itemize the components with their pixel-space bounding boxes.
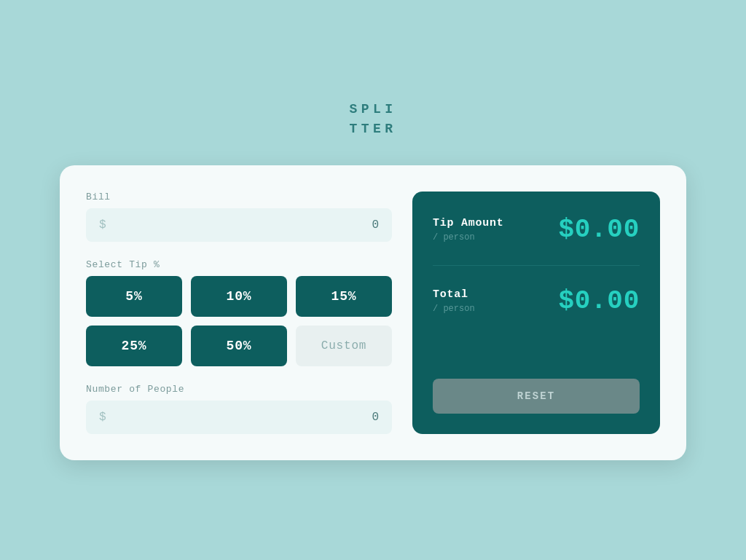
bill-label: Bill — [86, 192, 392, 202]
bill-section: Bill $ — [86, 192, 392, 242]
tip-label: Select Tip % — [86, 259, 392, 270]
tip-amount-label: Tip Amount / person — [433, 217, 504, 242]
tip-amount-sub: / person — [433, 232, 504, 242]
tip-section: Select Tip % 5% 10% 15% 25% 50% Custom — [86, 259, 392, 366]
results-wrapper: Tip Amount / person $0.00 Total / person… — [433, 215, 640, 379]
reset-button[interactable]: RESET — [433, 379, 640, 414]
tip-amount-title: Tip Amount — [433, 217, 504, 229]
people-section: Number of People $ — [86, 384, 392, 434]
people-label: Number of People — [86, 384, 392, 395]
people-currency-icon: $ — [99, 411, 106, 424]
bill-currency-icon: $ — [99, 218, 106, 232]
tip-btn-15[interactable]: 15% — [296, 276, 392, 317]
tip-btn-custom[interactable]: Custom — [296, 326, 392, 366]
people-input-wrapper[interactable]: $ — [86, 401, 392, 434]
tip-btn-50[interactable]: 50% — [191, 326, 287, 366]
app-title: SPLI TTER — [350, 100, 397, 139]
total-label: Total / person — [433, 288, 475, 314]
tip-amount-value: $0.00 — [558, 215, 640, 245]
total-value: $0.00 — [558, 286, 640, 316]
total-sub: / person — [433, 304, 475, 314]
tip-btn-5[interactable]: 5% — [86, 276, 182, 317]
bill-input[interactable] — [106, 218, 379, 232]
total-row: Total / person $0.00 — [433, 286, 640, 316]
tip-btn-10[interactable]: 10% — [191, 276, 287, 317]
right-panel: Tip Amount / person $0.00 Total / person… — [412, 192, 660, 434]
left-panel: Bill $ Select Tip % 5% 10% 15% 25% 50% C… — [86, 192, 392, 434]
tip-btn-25[interactable]: 25% — [86, 326, 182, 366]
tip-buttons-grid: 5% 10% 15% 25% 50% Custom — [86, 276, 392, 366]
divider — [433, 265, 640, 266]
total-title: Total — [433, 288, 475, 301]
people-input[interactable] — [106, 411, 379, 424]
tip-amount-row: Tip Amount / person $0.00 — [433, 215, 640, 245]
bill-input-wrapper[interactable]: $ — [86, 208, 392, 242]
main-card: Bill $ Select Tip % 5% 10% 15% 25% 50% C… — [60, 165, 686, 460]
